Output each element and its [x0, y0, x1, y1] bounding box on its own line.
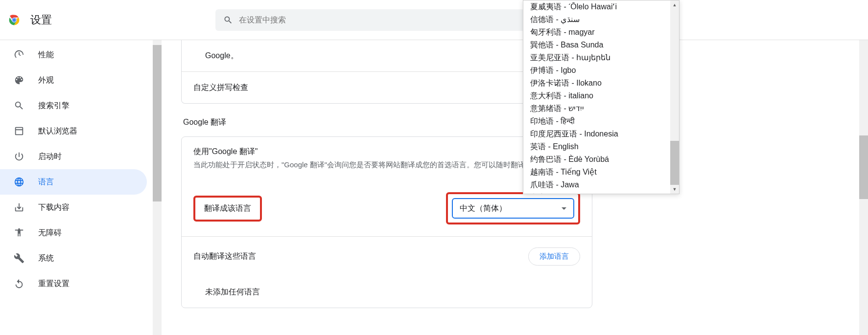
lang-option[interactable]: 印地语 - हिन्दी [523, 115, 679, 128]
lang-option[interactable]: 英语 - English [523, 140, 679, 153]
lang-option[interactable]: 伊洛卡诺语 - Ilokano [523, 77, 679, 89]
sidebar: 性能 外观 搜索引擎 默认浏览器 启动时 语言 [0, 40, 152, 335]
globe-icon [14, 177, 24, 187]
wrench-icon [14, 253, 24, 264]
auto-translate-label: 自动翻译这些语言 [193, 251, 256, 262]
no-languages-text: 未添加任何语言 [205, 288, 260, 296]
sidebar-item-system[interactable]: 系统 [0, 246, 147, 271]
sidebar-item-downloads[interactable]: 下载内容 [0, 195, 147, 220]
sidebar-item-languages[interactable]: 语言 [0, 169, 147, 195]
lang-option[interactable]: 印度尼西亚语 - Indonesia [523, 128, 679, 140]
selected-language-text: 中文（简体） [460, 203, 507, 214]
sidebar-item-label: 启动时 [38, 152, 62, 162]
translate-to-label: 翻译成该语言 [204, 204, 251, 212]
language-dropdown-highlight: 中文（简体） [446, 192, 580, 224]
sidebar-item-performance[interactable]: 性能 [0, 42, 147, 67]
sidebar-item-default-browser[interactable]: 默认浏览器 [0, 118, 147, 144]
search-container [215, 9, 558, 31]
browser-icon [14, 126, 24, 136]
lang-option[interactable]: 伊博语 - Igbo [523, 64, 679, 77]
sidebar-item-accessibility[interactable]: 无障碍 [0, 220, 147, 246]
use-translate-label: 使用"Google 翻译" [193, 147, 580, 157]
sidebar-item-startup[interactable]: 启动时 [0, 144, 147, 169]
power-icon [14, 151, 24, 162]
accessibility-icon [14, 227, 24, 238]
lang-option[interactable]: 亚美尼亚语 - հայերեն [523, 51, 679, 64]
dropdown-scrollbar[interactable]: ▲ ▼ [670, 0, 679, 194]
language-options-list: 夏威夷语 - ʻŌlelo Hawaiʻi 信德语 - سنڌي 匈牙利语 - … [523, 0, 679, 194]
scroll-up-icon[interactable]: ▲ [670, 0, 679, 9]
lang-option[interactable]: 夏威夷语 - ʻŌlelo Hawaiʻi [523, 0, 679, 13]
lang-option[interactable]: 信德语 - سنڌي [523, 13, 679, 26]
lang-option[interactable]: 约鲁巴语 - Èdè Yorùbá [523, 153, 679, 166]
sidebar-scrollbar[interactable] [153, 40, 162, 335]
scrollbar-thumb[interactable] [153, 45, 162, 201]
main-area: 性能 外观 搜索引擎 默认浏览器 启动时 语言 [0, 40, 868, 335]
search-icon [14, 100, 24, 111]
reset-icon [14, 278, 24, 289]
add-language-button[interactable]: 添加语言 [528, 247, 580, 266]
sidebar-item-label: 语言 [38, 177, 54, 187]
search-input[interactable] [239, 16, 550, 24]
speedometer-icon [14, 49, 24, 60]
sidebar-item-label: 无障碍 [38, 228, 62, 238]
scrollbar-thumb[interactable] [670, 141, 679, 185]
lang-option[interactable]: 匈牙利语 - magyar [523, 26, 679, 39]
palette-icon [14, 75, 24, 86]
header-logo-area: 设置 [8, 13, 52, 27]
sidebar-item-label: 外观 [38, 75, 54, 86]
search-icon [223, 15, 233, 25]
sidebar-item-label: 默认浏览器 [38, 126, 77, 136]
sidebar-item-label: 重置设置 [38, 279, 70, 289]
lang-option[interactable]: 巽他语 - Basa Sunda [523, 39, 679, 51]
download-icon [14, 202, 24, 213]
scroll-down-icon[interactable]: ▼ [670, 185, 679, 194]
translate-to-label-highlight: 翻译成该语言 [193, 196, 262, 222]
sidebar-item-label: 搜索引擎 [38, 101, 70, 111]
page-scrollbar[interactable] [859, 40, 868, 335]
chrome-logo-icon [8, 14, 21, 26]
sidebar-item-appearance[interactable]: 外观 [0, 67, 147, 93]
sidebar-item-search-engine[interactable]: 搜索引擎 [0, 93, 147, 118]
language-dropdown[interactable]: 中文（简体） [452, 198, 574, 219]
search-box[interactable] [215, 9, 558, 31]
custom-spell-check-label: 自定义拼写检查 [193, 83, 248, 91]
lang-option[interactable]: 爪哇语 - Jawa [523, 179, 679, 191]
page-title: 设置 [30, 13, 52, 27]
auto-translate-row: 自动翻译这些语言 添加语言 [182, 236, 592, 276]
language-dropdown-menu: 夏威夷语 - ʻŌlelo Hawaiʻi 信德语 - سنڌي 匈牙利语 - … [523, 0, 680, 194]
lang-option[interactable]: 意第绪语 - ייִדיש [523, 102, 679, 115]
lang-option[interactable]: 意大利语 - italiano [523, 89, 679, 102]
chevron-down-icon [562, 207, 566, 210]
use-translate-desc: 当此功能处于开启状态时，"Google 翻译"会询问您是否要将网站翻译成您的首选… [193, 159, 580, 171]
sidebar-item-label: 系统 [38, 253, 54, 264]
sidebar-item-label: 下载内容 [38, 202, 70, 213]
sidebar-item-label: 性能 [38, 50, 54, 60]
google-text: Google。 [205, 51, 238, 60]
sidebar-item-reset[interactable]: 重置设置 [0, 271, 147, 296]
no-languages-row: 未添加任何语言 [182, 276, 592, 308]
scrollbar-thumb[interactable] [859, 135, 868, 199]
app-header: 设置 [0, 0, 868, 40]
lang-option[interactable]: 中库尔德语 - کوردیی ناوەندی [523, 191, 679, 194]
lang-option[interactable]: 越南语 - Tiếng Việt [523, 166, 679, 179]
sidebar-wrapper: 性能 外观 搜索引擎 默认浏览器 启动时 语言 [0, 40, 162, 335]
